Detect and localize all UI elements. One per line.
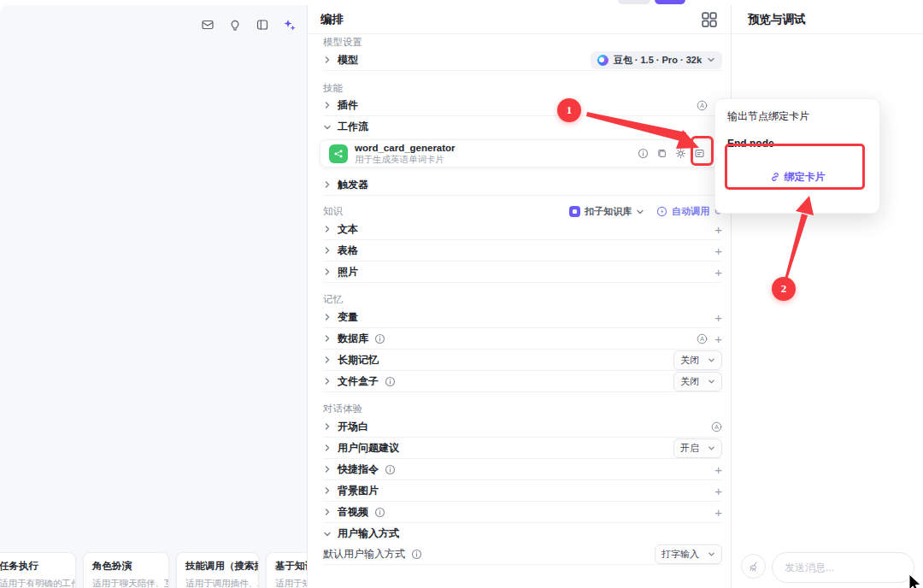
row-shortcuts[interactable]: 快捷指令 + xyxy=(323,459,722,480)
model-selector[interactable]: 豆包 · 1.5 · Pro · 32k xyxy=(591,51,722,69)
select-value: 关闭 xyxy=(680,375,699,388)
default-input-select[interactable]: 打字输入 xyxy=(655,544,722,564)
kb-source-label: 扣子知识库 xyxy=(585,205,632,218)
workflow-item[interactable]: word_card_generator 用于生成英语单词卡片 xyxy=(320,139,726,168)
info-icon xyxy=(385,464,396,475)
chevron-right-icon xyxy=(323,225,332,233)
row-workflow[interactable]: 工作流 xyxy=(323,116,722,138)
step-1-badge: 1 xyxy=(557,98,581,122)
chevron-right-icon xyxy=(323,334,332,343)
cropped-publish-button[interactable] xyxy=(655,0,685,4)
add-text-knowledge-button[interactable]: + xyxy=(714,223,722,236)
auto-icon[interactable]: A xyxy=(697,333,708,344)
row-suggestions[interactable]: 用户问题建议 开启 xyxy=(323,438,722,459)
template-card[interactable]: 基于知识 适用于知识 xyxy=(266,552,308,588)
row-media[interactable]: 音视频 + xyxy=(323,502,722,523)
add-database-button[interactable]: + xyxy=(714,332,722,345)
ai-sparkle-icon[interactable] xyxy=(279,15,300,35)
row-label: 背景图片 xyxy=(338,484,379,498)
message-input[interactable] xyxy=(772,552,914,583)
app-window: 任务执行 适用于有明确的工作步骤 角色扮演 适用于聊天陪伴、互动娱 技能调用（搜… xyxy=(0,0,923,588)
row-knowledge-photo[interactable]: 照片 + xyxy=(323,262,722,283)
auto-call-icon xyxy=(656,206,667,217)
row-knowledge-table[interactable]: 表格 + xyxy=(323,240,722,262)
add-background-button[interactable]: + xyxy=(714,485,722,497)
info-icon[interactable] xyxy=(638,148,649,159)
row-opening[interactable]: 开场白 A xyxy=(323,416,722,438)
auto-call-setting[interactable]: 自动调用 ⚙ xyxy=(656,205,722,218)
gear-icon[interactable] xyxy=(675,148,686,159)
row-label: 开场白 xyxy=(338,420,368,434)
workflow-icon xyxy=(329,144,348,163)
auto-icon[interactable]: A xyxy=(697,100,708,111)
row-longterm-memory[interactable]: 长期记忆 关闭 xyxy=(323,350,722,371)
row-variables[interactable]: 变量 + xyxy=(323,307,722,328)
row-model[interactable]: 模型 豆包 · 1.5 · Pro · 32k xyxy=(323,50,722,71)
suggestions-select[interactable]: 开启 xyxy=(673,438,722,458)
knowledge-source-selector[interactable]: 扣子知识库 xyxy=(569,205,644,218)
bind-card-button[interactable]: 绑定卡片 xyxy=(727,158,867,196)
layout-grid-icon[interactable] xyxy=(701,11,718,28)
chevron-down-icon xyxy=(323,123,332,132)
row-triggers[interactable]: 触发器 xyxy=(323,174,722,196)
template-title: 技能调用（搜索插… xyxy=(185,560,250,573)
add-photo-knowledge-button[interactable]: + xyxy=(714,266,722,279)
info-icon xyxy=(374,333,385,344)
longterm-memory-select[interactable]: 关闭 xyxy=(673,350,722,370)
template-card[interactable]: 技能调用（搜索插… 适用于调用插件、工作流 xyxy=(176,552,259,588)
row-plugins[interactable]: 插件 A + xyxy=(323,95,722,116)
select-value: 打字输入 xyxy=(661,548,699,561)
mail-icon[interactable] xyxy=(197,15,218,35)
bind-card-label: 绑定卡片 xyxy=(785,170,826,185)
row-label: 插件 xyxy=(338,98,358,113)
cropped-toolbar-button[interactable] xyxy=(618,0,650,4)
end-node-label: End node xyxy=(727,138,867,150)
row-database[interactable]: 数据库 A + xyxy=(323,328,722,350)
clear-context-button[interactable] xyxy=(741,554,766,579)
info-icon xyxy=(411,549,422,560)
preview-panel: 预览与调试 xyxy=(732,5,923,588)
svg-text:A: A xyxy=(714,424,719,430)
bind-card-icon[interactable] xyxy=(694,148,705,159)
persona-panel: 任务执行 适用于有明确的工作步骤 角色扮演 适用于聊天陪伴、互动娱 技能调用（搜… xyxy=(0,5,308,588)
chevron-right-icon xyxy=(323,56,332,64)
link-icon xyxy=(770,172,780,182)
info-icon xyxy=(374,507,385,518)
row-label: 长期记忆 xyxy=(338,353,379,368)
auto-icon[interactable]: A xyxy=(711,421,722,432)
add-table-knowledge-button[interactable]: + xyxy=(714,244,722,257)
chevron-down-icon xyxy=(708,550,715,558)
chevron-down-icon xyxy=(323,530,332,538)
doubao-logo-icon xyxy=(597,55,608,66)
chevron-right-icon xyxy=(323,101,332,109)
row-label: 变量 xyxy=(338,310,358,325)
select-value: 关闭 xyxy=(680,354,699,367)
workflow-name: word_card_generator xyxy=(355,142,456,154)
chevron-right-icon xyxy=(323,377,332,385)
add-variable-button[interactable]: + xyxy=(714,311,722,324)
add-media-button[interactable]: + xyxy=(714,506,722,519)
orchestration-panel: 编排 模型设置 模型 豆包 · 1.5 · Pro · 32k 技能 xyxy=(308,5,732,588)
bind-card-popup: 输出节点绑定卡片 End node 绑定卡片 xyxy=(714,98,880,214)
add-shortcut-button[interactable]: + xyxy=(714,463,722,476)
select-value: 开启 xyxy=(680,442,699,455)
row-label: 文件盒子 xyxy=(338,374,379,389)
row-input-method[interactable]: 用户输入方式 xyxy=(323,523,722,544)
chevron-down-icon xyxy=(708,378,715,385)
template-desc: 适用于聊天陪伴、互动娱 xyxy=(92,578,160,588)
row-knowledge-text[interactable]: 文本 + xyxy=(323,219,722,240)
row-background[interactable]: 背景图片 + xyxy=(323,480,722,502)
filebox-select[interactable]: 关闭 xyxy=(673,372,722,391)
panel-icon[interactable] xyxy=(252,15,273,35)
copy-icon[interactable] xyxy=(656,148,667,159)
template-card[interactable]: 任务执行 适用于有明确的工作步骤 xyxy=(0,552,76,588)
persona-toolbar xyxy=(197,15,300,35)
row-filebox[interactable]: 文件盒子 关闭 xyxy=(323,371,722,392)
template-card[interactable]: 角色扮演 适用于聊天陪伴、互动娱 xyxy=(83,552,169,588)
lightbulb-icon[interactable] xyxy=(225,15,245,35)
model-name: 豆包 · 1.5 · Pro · 32k xyxy=(614,54,702,67)
orchestration-header: 编排 xyxy=(308,5,731,34)
sub-row-label: 默认用户输入方式 xyxy=(323,547,405,562)
row-label: 数据库 xyxy=(338,332,368,346)
coze-kb-icon xyxy=(569,206,580,217)
